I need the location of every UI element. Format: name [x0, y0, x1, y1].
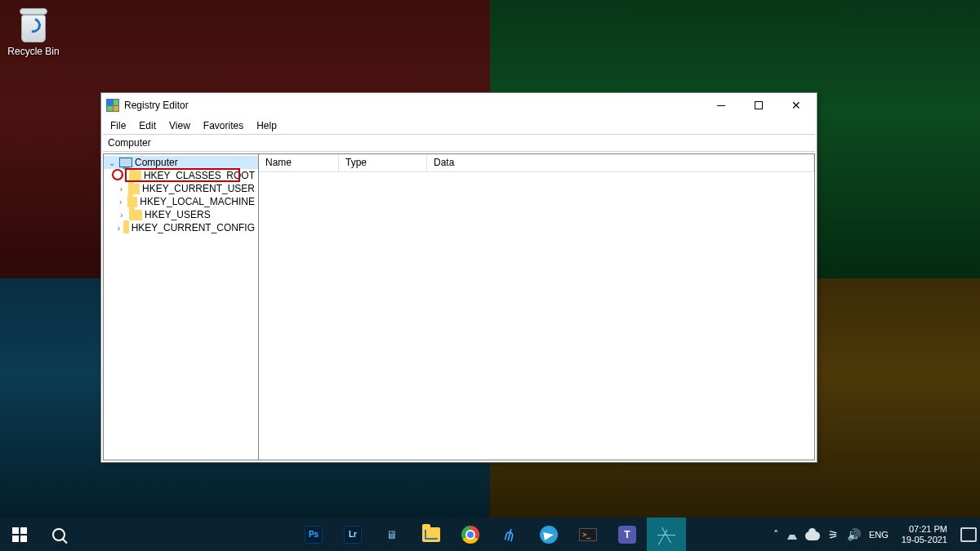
menu-favorites[interactable]: Favorites — [198, 119, 249, 132]
taskbar-app-explorer[interactable] — [412, 518, 451, 551]
snowflake-icon — [657, 526, 675, 544]
registry-editor-window[interactable]: Registry Editor ✕ File Edit View Favorit… — [100, 92, 817, 463]
vscode-icon: ⋔ — [497, 522, 521, 546]
clock-date: 19-05-2021 — [902, 535, 947, 545]
maximize-button[interactable] — [740, 93, 777, 118]
taskbar-app-teams[interactable] — [608, 518, 647, 551]
collapse-icon[interactable]: ⌄ — [107, 158, 117, 167]
content-panes: ⌄ Computer › HKEY_CLASSES_ROOT › — [103, 153, 815, 460]
expand-icon[interactable]: › — [117, 211, 127, 220]
photoshop-icon: Ps — [305, 526, 323, 544]
taskbar-app-active[interactable] — [647, 518, 686, 551]
menu-file[interactable]: File — [105, 119, 131, 132]
search-icon — [52, 528, 65, 541]
expand-icon[interactable]: › — [117, 224, 121, 233]
taskbar-app-chrome[interactable] — [451, 518, 490, 551]
address-input[interactable] — [103, 135, 815, 151]
tree-label: Computer — [135, 157, 178, 168]
search-button[interactable] — [39, 518, 78, 551]
file-explorer-icon — [422, 527, 440, 542]
tray-onedrive-icon[interactable] — [805, 531, 820, 540]
desktop[interactable]: Recycle Bin Registry Editor ✕ File Edit … — [0, 0, 980, 551]
tree-label: HKEY_CLASSES_ROOT — [144, 170, 255, 181]
tree-label: HKEY_USERS — [145, 209, 211, 220]
expand-icon[interactable]: › — [117, 184, 126, 193]
tray-chevron-icon[interactable]: ˄ — [773, 528, 779, 540]
folder-icon — [127, 197, 138, 207]
maximize-icon — [755, 101, 763, 109]
windows-icon — [12, 527, 27, 542]
teams-icon — [618, 526, 636, 544]
menu-edit[interactable]: Edit — [133, 119, 162, 132]
tray-language[interactable]: ENG — [869, 530, 889, 540]
tree-node-hkcu[interactable]: › HKEY_CURRENT_USER — [104, 182, 258, 195]
folder-icon — [129, 210, 142, 220]
recycle-bin[interactable]: Recycle Bin — [5, 7, 62, 57]
clock-time: 07:21 PM — [902, 524, 947, 535]
menubar: File Edit View Favorites Help — [101, 118, 817, 134]
chrome-icon — [461, 526, 479, 544]
titlebar[interactable]: Registry Editor ✕ — [101, 93, 817, 118]
lightroom-icon: Lr — [344, 526, 362, 544]
tray-clock[interactable]: 07:21 PM 19-05-2021 — [897, 524, 952, 545]
tray-notifications-icon[interactable] — [960, 527, 977, 542]
column-header-type[interactable]: Type — [339, 154, 427, 171]
start-button[interactable] — [0, 518, 39, 551]
expand-icon[interactable]: › — [117, 171, 127, 180]
terminal-icon: >_ — [579, 528, 597, 541]
tree-node-hku[interactable]: › HKEY_USERS — [104, 208, 258, 221]
monitor-icon: 🖥 — [382, 525, 402, 544]
column-header-name[interactable]: Name — [259, 154, 339, 171]
tree-node-hklm[interactable]: › HKEY_LOCAL_MACHINE — [104, 195, 258, 208]
folder-icon — [123, 223, 129, 233]
taskbar-app-terminal[interactable]: >_ — [568, 518, 608, 551]
address-bar[interactable] — [103, 134, 815, 152]
taskbar-app-vscode[interactable]: ⋔ — [490, 518, 529, 551]
telegram-icon — [540, 526, 558, 544]
close-button[interactable]: ✕ — [777, 93, 815, 118]
menu-help[interactable]: Help — [251, 119, 283, 132]
menu-view[interactable]: View — [163, 119, 196, 132]
recycle-bin-icon — [16, 7, 51, 42]
recycle-bin-label: Recycle Bin — [5, 46, 62, 57]
tree-node-hkcr[interactable]: › HKEY_CLASSES_ROOT — [104, 169, 258, 182]
regedit-icon — [106, 99, 119, 112]
taskbar-app-photoshop[interactable]: Ps — [294, 518, 333, 551]
tray-app-icon[interactable] — [787, 535, 797, 540]
tree-node-computer[interactable]: ⌄ Computer — [104, 156, 258, 169]
taskbar-app-lightroom[interactable]: Lr — [333, 518, 372, 551]
tree-label: HKEY_LOCAL_MACHINE — [140, 196, 255, 207]
folder-icon — [128, 184, 140, 194]
tree-label: HKEY_CURRENT_USER — [142, 183, 255, 194]
tree-label: HKEY_CURRENT_CONFIG — [131, 222, 255, 233]
values-pane[interactable]: Name Type Data — [259, 154, 814, 460]
minimize-button[interactable] — [702, 93, 740, 118]
tree-node-hkcc[interactable]: › HKEY_CURRENT_CONFIG — [104, 221, 258, 234]
tray-volume-icon[interactable]: 🔊 — [847, 528, 861, 541]
taskbar-app-desktop[interactable]: 🖥 — [372, 518, 412, 551]
minimize-icon — [717, 105, 725, 106]
computer-icon — [119, 158, 132, 167]
tray-wifi-icon[interactable]: ⚞ — [828, 528, 839, 541]
expand-icon[interactable]: › — [117, 198, 125, 207]
column-headers: Name Type Data — [259, 154, 814, 172]
column-header-data[interactable]: Data — [427, 154, 814, 171]
folder-icon — [129, 171, 141, 181]
taskbar-app-telegram[interactable] — [529, 518, 568, 551]
tree-pane[interactable]: ⌄ Computer › HKEY_CLASSES_ROOT › — [104, 154, 259, 460]
window-title: Registry Editor — [124, 100, 189, 111]
taskbar: Ps Lr 🖥 ⋔ >_ ˄ ⚞ — [0, 518, 980, 551]
